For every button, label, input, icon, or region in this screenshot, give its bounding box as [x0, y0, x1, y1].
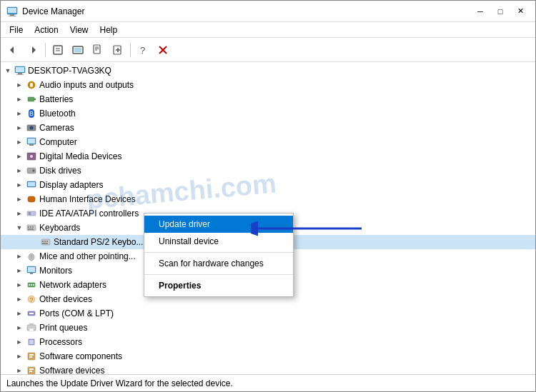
expand-icon[interactable]: ► — [15, 309, 24, 318]
digital-media-label: Digital Media Devices — [39, 151, 121, 161]
back-button[interactable] — [4, 41, 22, 59]
expand-icon[interactable]: ► — [15, 81, 24, 89]
svg-rect-26 — [30, 83, 33, 87]
ports-label: Ports (COM & LPT) — [39, 308, 114, 318]
svg-rect-34 — [28, 139, 35, 144]
context-menu: Update driver Uninstall device Scan for … — [144, 213, 294, 297]
list-item[interactable]: ► Computer — [1, 135, 535, 149]
keyboards-expand-icon[interactable]: ▼ — [15, 223, 24, 232]
list-item[interactable]: ► Cameras — [1, 121, 535, 135]
list-item[interactable]: ► B Bluetooth — [1, 106, 535, 121]
svg-rect-46 — [28, 226, 29, 228]
ports-icon — [26, 308, 37, 319]
svg-rect-10 — [74, 48, 81, 52]
list-item[interactable]: ► Display adapters — [1, 178, 535, 192]
context-menu-update-driver[interactable]: Update driver — [144, 216, 293, 233]
processors-label: Processors — [39, 337, 82, 347]
minimize-button[interactable]: ─ — [471, 4, 490, 19]
svg-point-32 — [30, 126, 34, 130]
toolbar-sep-2 — [130, 43, 131, 57]
cameras-label: Cameras — [39, 123, 74, 133]
expand-icon[interactable]: ► — [15, 166, 24, 175]
list-item[interactable]: ► Human Interface Devices — [1, 192, 535, 206]
update-driver-button[interactable] — [69, 41, 87, 59]
expand-icon[interactable]: ► — [15, 109, 24, 118]
svg-rect-75 — [29, 356, 32, 358]
expand-icon[interactable]: ► — [15, 195, 24, 203]
list-item[interactable]: ► Audio inputs and outputs — [1, 78, 535, 92]
expand-icon[interactable]: ► — [15, 252, 24, 261]
expand-icon[interactable]: ► — [15, 352, 24, 361]
audio-icon — [26, 79, 37, 91]
print-queues-icon — [26, 322, 37, 333]
list-item[interactable]: ► Software devices — [1, 363, 535, 374]
context-menu-properties[interactable]: Properties — [144, 277, 293, 294]
expand-icon[interactable]: ► — [15, 281, 24, 289]
add-driver-button[interactable] — [109, 41, 127, 59]
menu-file[interactable]: File — [4, 24, 29, 36]
keyboards-label: Keyboards — [39, 223, 80, 233]
menu-view[interactable]: View — [64, 24, 94, 36]
expand-icon[interactable]: ► — [15, 209, 24, 218]
context-menu-separator — [144, 252, 293, 253]
list-item[interactable]: ► Disk drives — [1, 164, 535, 178]
monitors-icon — [26, 265, 37, 276]
root-expand-icon[interactable]: ▼ — [4, 66, 12, 75]
svg-rect-3 — [8, 8, 16, 13]
expand-icon[interactable]: ► — [15, 95, 24, 104]
svg-point-61 — [29, 284, 30, 286]
menu-help[interactable]: Help — [94, 24, 124, 36]
svg-point-62 — [31, 284, 32, 286]
network-label: Network adapters — [39, 280, 106, 290]
cameras-icon — [26, 122, 37, 134]
status-text: Launches the Update Driver Wizard for th… — [6, 378, 233, 388]
svg-rect-28 — [34, 99, 36, 100]
expand-icon[interactable]: ► — [15, 138, 24, 146]
disk-drives-icon — [26, 165, 37, 176]
expand-icon[interactable]: ► — [15, 266, 24, 275]
svg-rect-44 — [29, 212, 31, 215]
maximize-button[interactable]: □ — [491, 4, 510, 19]
title-bar-buttons: ─ □ ✕ — [471, 4, 530, 19]
bluetooth-label: Bluetooth — [39, 109, 76, 119]
expand-icon[interactable]: ► — [15, 124, 24, 132]
scan-button[interactable] — [89, 41, 107, 59]
list-item[interactable]: ► Ports (COM & LPT) — [1, 306, 535, 321]
batteries-icon — [26, 94, 37, 105]
properties-button[interactable] — [49, 41, 67, 59]
help-button[interactable]: ? — [134, 41, 152, 59]
context-menu-uninstall-device[interactable]: Uninstall device — [144, 233, 293, 250]
list-item[interactable]: ► Print queues — [1, 321, 535, 335]
expand-icon[interactable]: ► — [15, 152, 24, 161]
expand-icon[interactable]: ► — [15, 338, 24, 346]
svg-rect-74 — [29, 354, 34, 356]
digital-media-icon — [26, 151, 37, 162]
list-item[interactable]: ► Software components — [1, 349, 535, 363]
list-item[interactable]: ► Processors — [1, 335, 535, 349]
expand-icon[interactable]: ► — [15, 181, 24, 189]
forward-button[interactable] — [24, 41, 42, 59]
software-devices-icon — [26, 365, 37, 374]
print-queues-label: Print queues — [39, 323, 87, 333]
display-adapters-icon — [26, 179, 37, 191]
software-components-icon — [26, 351, 37, 362]
expand-icon[interactable]: ► — [15, 295, 24, 303]
svg-rect-49 — [28, 228, 34, 230]
list-item[interactable]: ► Digital Media Devices — [1, 149, 535, 164]
close-button[interactable]: ✕ — [511, 4, 530, 19]
tree-root[interactable]: ▼ DESKTOP-TVAG3KQ — [1, 64, 535, 78]
delete-button[interactable] — [154, 41, 172, 59]
list-item[interactable]: ► Batteries — [1, 92, 535, 106]
context-menu-separator-2 — [144, 274, 293, 275]
svg-rect-58 — [28, 267, 35, 272]
menu-action[interactable]: Action — [29, 24, 64, 36]
svg-rect-70 — [29, 328, 34, 331]
svg-rect-11 — [94, 45, 100, 54]
processors-icon — [26, 336, 37, 348]
expand-icon[interactable]: ► — [15, 323, 24, 332]
expand-icon[interactable]: ► — [15, 366, 24, 374]
status-bar: Launches the Update Driver Wizard for th… — [1, 374, 535, 391]
context-menu-scan[interactable]: Scan for hardware changes — [144, 255, 293, 272]
software-components-label: Software components — [39, 351, 122, 361]
computer-label: Computer — [39, 137, 77, 147]
